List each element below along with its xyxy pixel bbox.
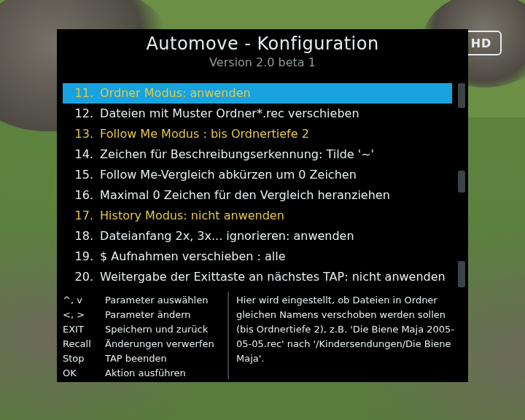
key-row: ^, vParameter auswählen: [63, 293, 228, 308]
settings-item-16[interactable]: 16. Maximal 0 Zeichen für den Vergleich …: [63, 185, 452, 206]
item-number: 19.: [70, 246, 93, 267]
key-desc: Aktion ausführen: [105, 366, 186, 381]
item-number: 14.: [70, 144, 93, 165]
settings-item-11[interactable]: 11. Ordner Modus: anwenden: [63, 83, 452, 104]
item-label: Weitergabe der Exittaste an nächstes TAP…: [96, 270, 446, 284]
dialog-version: Version 2.0 beta 1: [57, 55, 468, 69]
item-label: Follow Me-Vergleich abkürzen um 0 Zeiche…: [96, 168, 357, 182]
key-name: Stop: [63, 351, 105, 366]
item-number: 20.: [70, 267, 93, 287]
settings-list[interactable]: 11. Ordner Modus: anwenden12. Dateien mi…: [63, 83, 452, 287]
key-desc: Änderungen verwerfen: [105, 337, 214, 351]
item-label: $ Aufnahmen verschieben : alle: [96, 249, 286, 263]
key-row: OKAktion ausführen: [63, 366, 228, 381]
key-desc: Parameter auswählen: [105, 293, 208, 308]
key-row: StopTAP beenden: [63, 351, 228, 366]
item-number: 13.: [70, 124, 93, 144]
key-legend: ^, vParameter auswählen<, >Parameter änd…: [61, 292, 228, 379]
item-label: Zeichen für Beschreibungserkennung: Tild…: [96, 147, 374, 161]
key-name: OK: [63, 366, 105, 381]
settings-item-18[interactable]: 18. Dateianfang 2x, 3x... ignorieren: an…: [63, 226, 452, 246]
help-text: Hier wird eingestellt, ob Dateien in Ord…: [228, 292, 464, 379]
key-row: <, >Parameter ändern: [63, 308, 228, 322]
item-label: Dateianfang 2x, 3x... ignorieren: anwend…: [96, 229, 354, 243]
key-desc: Parameter ändern: [105, 308, 191, 322]
item-number: 17.: [70, 206, 93, 226]
item-number: 18.: [70, 226, 93, 246]
item-number: 16.: [70, 185, 93, 206]
key-desc: TAP beenden: [105, 351, 167, 366]
item-label: Follow Me Modus : bis Ordnertiefe 2: [96, 127, 309, 141]
item-number: 15.: [70, 165, 93, 185]
settings-item-19[interactable]: 19. $ Aufnahmen verschieben : alle: [63, 246, 452, 267]
settings-item-12[interactable]: 12. Dateien mit Muster Ordner*.rec versc…: [63, 104, 452, 124]
dialog-title: Automove - Konfiguration: [57, 34, 468, 54]
settings-item-13[interactable]: 13. Follow Me Modus : bis Ordnertiefe 2: [63, 124, 452, 144]
key-row: EXITSpeichern und zurück: [63, 322, 228, 337]
footer: ^, vParameter auswählen<, >Parameter änd…: [61, 292, 464, 379]
key-name: ^, v: [63, 293, 105, 308]
item-number: 12.: [70, 104, 93, 124]
item-number: 11.: [70, 83, 93, 104]
config-dialog: Automove - Konfiguration Version 2.0 bet…: [57, 29, 468, 382]
key-name: EXIT: [63, 322, 105, 337]
item-label: Ordner Modus: anwenden: [96, 86, 251, 100]
key-row: RecallÄnderungen verwerfen: [63, 337, 228, 351]
key-desc: Speichern und zurück: [105, 322, 208, 337]
key-name: Recall: [63, 337, 105, 351]
settings-item-15[interactable]: 15. Follow Me-Vergleich abkürzen um 0 Ze…: [63, 165, 452, 185]
settings-item-17[interactable]: 17. History Modus: nicht anwenden: [63, 206, 452, 226]
settings-item-14[interactable]: 14. Zeichen für Beschreibungserkennung: …: [63, 144, 452, 165]
item-label: Maximal 0 Zeichen für den Vergleich hera…: [96, 188, 390, 202]
scrollbar[interactable]: [458, 83, 465, 287]
settings-item-20[interactable]: 20. Weitergabe der Exittaste an nächstes…: [63, 267, 452, 287]
item-label: Dateien mit Muster Ordner*.rec verschieb…: [96, 106, 359, 120]
key-name: <, >: [63, 308, 105, 322]
item-label: History Modus: nicht anwenden: [96, 209, 284, 222]
scrollbar-thumb[interactable]: [458, 171, 465, 192]
scrollbar-track-bottom: [458, 261, 465, 287]
scrollbar-track-top: [458, 83, 465, 108]
